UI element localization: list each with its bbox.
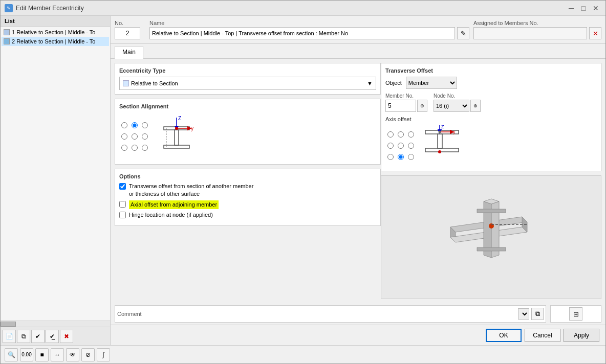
comment-copy-button[interactable]: ⧉ bbox=[531, 308, 544, 320]
tabs: Main bbox=[111, 44, 605, 59]
list-item-active[interactable]: 2 Relative to Section | Middle - To bbox=[2, 37, 109, 46]
list-item-color bbox=[4, 38, 10, 44]
radio-0-0[interactable] bbox=[121, 122, 127, 128]
right-content: Transverse Offset Object Member Surface … bbox=[381, 63, 601, 299]
assigned-input[interactable] bbox=[473, 27, 587, 39]
cancel-button[interactable]: Cancel bbox=[525, 329, 560, 342]
list-item-color bbox=[4, 29, 10, 35]
member-node-row: Member No. ⊕ Node No. 16 (i bbox=[385, 93, 597, 112]
right-panel: No. Name ✎ Assigned to Members No. ✕ bbox=[111, 16, 605, 345]
options-title: Options bbox=[119, 173, 376, 179]
member-no-label: Member No. bbox=[385, 93, 427, 99]
axis-radio-1-2[interactable] bbox=[406, 140, 416, 151]
options-panel: Options Transverse offset from section o… bbox=[115, 169, 381, 226]
arrow-icon-btn[interactable]: ↔ bbox=[51, 348, 64, 361]
radio-0-2[interactable] bbox=[142, 122, 148, 128]
option-1-checkbox[interactable] bbox=[119, 183, 126, 190]
main-area: List 1 Relative to Section | Middle - To… bbox=[1, 16, 605, 345]
check2-button[interactable]: ✔̲ bbox=[46, 330, 59, 343]
app-icon: ✎ bbox=[5, 4, 13, 12]
name-row: ✎ bbox=[149, 27, 469, 39]
radio-0-1[interactable] bbox=[132, 122, 138, 128]
radio-cell-1-2[interactable] bbox=[140, 131, 150, 142]
color-icon-btn[interactable]: ■ bbox=[35, 348, 49, 361]
axis-radio-1-0[interactable] bbox=[385, 140, 396, 151]
option-3-checkbox[interactable] bbox=[119, 212, 126, 218]
name-label: Name bbox=[149, 20, 469, 26]
list-header: List bbox=[1, 16, 110, 27]
radio-2-0[interactable] bbox=[121, 145, 127, 151]
radio-cell-0-1[interactable] bbox=[129, 120, 140, 131]
eccentricity-type-value: Relative to Section bbox=[131, 80, 178, 86]
eye-icon-btn[interactable]: 👁 bbox=[66, 348, 79, 361]
content-area: Eccentricity Type Relative to Section ▼ … bbox=[111, 59, 605, 303]
extra-panel: ⊞ bbox=[550, 305, 601, 323]
tab-main[interactable]: Main bbox=[115, 46, 143, 59]
extra-icon-button[interactable]: ⊞ bbox=[569, 307, 582, 321]
window-title: Edit Member Eccentricity bbox=[16, 5, 562, 12]
copy-item-button[interactable]: ⧉ bbox=[17, 330, 30, 343]
radio-cell-2-1[interactable] bbox=[129, 142, 140, 153]
radio-1-2[interactable] bbox=[142, 133, 148, 140]
radio-cell-2-2[interactable] bbox=[140, 142, 150, 153]
top-row: No. Name ✎ Assigned to Members No. ✕ bbox=[111, 16, 605, 44]
node-no-select[interactable]: 16 (i) 17 (j) bbox=[434, 100, 469, 112]
radio-cell-0-0[interactable] bbox=[119, 120, 129, 131]
axis-radio-1-1[interactable] bbox=[396, 140, 406, 151]
delete-button[interactable]: ✖ bbox=[60, 330, 73, 343]
axis-radio-2-0[interactable] bbox=[385, 151, 396, 163]
decimal-icon-btn[interactable]: 0.00 bbox=[20, 348, 33, 361]
list-item-text: 2 Relative to Section | Middle - To bbox=[12, 38, 95, 44]
left-content: Eccentricity Type Relative to Section ▼ … bbox=[115, 63, 381, 299]
node-no-group: Node No. 16 (i) 17 (j) ⊕ bbox=[434, 93, 481, 112]
radio-cell-1-1[interactable] bbox=[129, 131, 140, 142]
name-input[interactable] bbox=[149, 27, 455, 39]
dropdown-arrow-icon: ▼ bbox=[367, 80, 373, 86]
axis-radio-2-1[interactable] bbox=[396, 151, 406, 163]
option-2-checkbox[interactable] bbox=[119, 201, 126, 208]
no-label: No. bbox=[115, 20, 145, 26]
comment-select[interactable] bbox=[518, 308, 529, 320]
axis-radio-2-2[interactable] bbox=[406, 151, 416, 163]
comment-input[interactable] bbox=[144, 308, 516, 320]
no-input[interactable] bbox=[115, 27, 140, 39]
list-panel: List 1 Relative to Section | Middle - To… bbox=[1, 16, 111, 345]
ecc-color-box bbox=[123, 80, 129, 86]
radio-cell-2-0[interactable] bbox=[119, 142, 129, 153]
radio-1-0[interactable] bbox=[121, 133, 127, 140]
block-icon-btn[interactable]: ⊘ bbox=[81, 348, 95, 361]
new-item-button[interactable]: 📄 bbox=[3, 330, 16, 343]
list-scrollbar[interactable] bbox=[1, 321, 110, 327]
apply-button[interactable]: Apply bbox=[564, 329, 599, 342]
search-icon-btn[interactable]: 🔍 bbox=[5, 348, 18, 361]
radio-cell-0-2[interactable] bbox=[140, 120, 150, 131]
transverse-offset-title: Transverse Offset bbox=[385, 67, 597, 74]
axis-radio-0-1[interactable] bbox=[396, 129, 406, 140]
minimize-button[interactable]: ─ bbox=[566, 3, 577, 14]
ok-button[interactable]: OK bbox=[486, 329, 522, 342]
axis-diagram: Z y bbox=[420, 124, 466, 167]
object-select[interactable]: Member Surface Solid bbox=[406, 77, 457, 89]
list-item[interactable]: 1 Relative to Section | Middle - To bbox=[2, 28, 109, 37]
radio-2-2[interactable] bbox=[142, 145, 148, 151]
option-1-label: Transverse offset from section of anothe… bbox=[129, 183, 253, 198]
integral-icon-btn[interactable]: ∫ bbox=[97, 348, 110, 361]
axis-radio-0-0[interactable] bbox=[385, 129, 396, 140]
node-no-pick-button[interactable]: ⊕ bbox=[470, 100, 481, 112]
radio-1-1[interactable] bbox=[132, 133, 138, 140]
close-button[interactable]: ✕ bbox=[590, 3, 601, 14]
name-edit-button[interactable]: ✎ bbox=[457, 27, 469, 39]
member-no-pick-button[interactable]: ⊕ bbox=[417, 100, 427, 112]
assigned-clear-button[interactable]: ✕ bbox=[589, 27, 601, 39]
radio-2-1[interactable] bbox=[132, 145, 138, 151]
alignment-svg: Z y bbox=[156, 112, 197, 158]
dropdown-inner: Relative to Section bbox=[123, 80, 178, 86]
member-no-input[interactable] bbox=[385, 100, 416, 112]
3d-view bbox=[381, 175, 601, 299]
axis-radio-0-2[interactable] bbox=[406, 129, 416, 140]
radio-cell-1-0[interactable] bbox=[119, 131, 129, 142]
check-button[interactable]: ✔ bbox=[31, 330, 45, 343]
member-no-group: Member No. ⊕ bbox=[385, 93, 427, 112]
eccentricity-type-dropdown[interactable]: Relative to Section ▼ bbox=[119, 77, 376, 90]
maximize-button[interactable]: □ bbox=[578, 3, 589, 14]
